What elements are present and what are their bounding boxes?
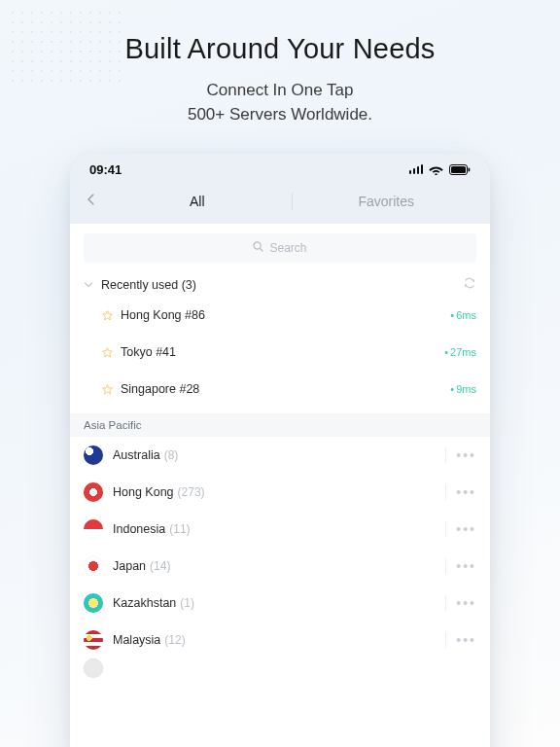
country-name: Indonesia — [113, 522, 165, 536]
recent-item[interactable]: Tokyo #41•27ms — [84, 334, 476, 371]
search-input[interactable]: Search — [84, 233, 476, 263]
country-name: Hong Kong — [113, 485, 174, 499]
search-placeholder: Search — [269, 241, 306, 255]
star-icon[interactable] — [101, 346, 121, 359]
star-icon[interactable] — [101, 309, 121, 322]
content-pane: Search Recently used (3) Hong Kong #86•6… — [70, 224, 490, 747]
row-divider — [445, 484, 446, 500]
svg-rect-1 — [451, 166, 466, 173]
server-count: (8) — [164, 448, 179, 462]
server-name: Tokyo #41 — [121, 345, 444, 359]
list-item[interactable] — [84, 658, 476, 678]
recent-title: Recently used (3) — [101, 278, 463, 292]
country-name: Kazakhstan — [113, 596, 176, 610]
subheadline-line2: 500+ Servers Worldwide. — [0, 103, 560, 127]
decorative-dots — [8, 8, 124, 86]
more-icon[interactable]: ••• — [456, 632, 476, 648]
cellular-icon — [409, 164, 424, 174]
row-divider — [445, 595, 446, 611]
recent-item[interactable]: Singapore #28•9ms — [84, 371, 476, 408]
more-icon[interactable]: ••• — [456, 521, 476, 537]
battery-icon — [449, 164, 471, 175]
back-button[interactable] — [80, 193, 103, 210]
svg-rect-2 — [469, 167, 471, 171]
row-divider — [445, 521, 446, 537]
recent-item[interactable]: Hong Kong #86•6ms — [84, 297, 476, 334]
status-time: 09:41 — [89, 162, 122, 177]
country-name: Malaysia — [113, 633, 160, 647]
flag-icon — [84, 658, 103, 678]
tab-favorites[interactable]: Favorites — [293, 194, 481, 209]
chevron-down-icon — [84, 278, 101, 292]
country-item[interactable]: Indonesia(11)••• — [84, 511, 476, 548]
country-name: Australia — [113, 448, 160, 462]
server-count: (14) — [150, 559, 170, 573]
server-name: Hong Kong #86 — [121, 308, 450, 322]
more-icon[interactable]: ••• — [456, 595, 476, 611]
flag-icon — [84, 519, 103, 539]
subheadline: Connect In One Tap 500+ Servers Worldwid… — [0, 79, 560, 126]
row-divider — [445, 558, 446, 574]
country-item[interactable]: Kazakhstan(1)••• — [84, 585, 476, 622]
row-divider — [445, 632, 446, 648]
search-icon — [253, 241, 263, 255]
refresh-icon[interactable] — [463, 276, 476, 293]
recent-list: Hong Kong #86•6msTokyo #41•27msSingapore… — [84, 297, 476, 408]
svg-line-4 — [261, 248, 263, 251]
country-item[interactable]: Malaysia(12)••• — [84, 622, 476, 658]
country-item[interactable]: Hong Kong(273)••• — [84, 474, 476, 511]
server-name: Singapore #28 — [121, 382, 450, 396]
more-icon[interactable]: ••• — [456, 558, 476, 574]
star-icon[interactable] — [101, 383, 121, 396]
device-frame: 09:41 All Favorites Search — [70, 154, 490, 747]
country-list: Australia(8)•••Hong Kong(273)•••Indonesi… — [84, 437, 476, 658]
wifi-icon — [429, 164, 443, 175]
server-count: (1) — [180, 596, 194, 610]
ping-value: •9ms — [450, 383, 476, 395]
country-item[interactable]: Japan(14)••• — [84, 548, 476, 585]
ping-value: •6ms — [450, 309, 476, 321]
tab-all[interactable]: All — [103, 194, 292, 209]
server-count: (12) — [164, 633, 185, 647]
flag-icon — [84, 445, 103, 465]
flag-icon — [84, 482, 103, 502]
more-icon[interactable]: ••• — [456, 484, 476, 500]
more-icon[interactable]: ••• — [456, 447, 476, 463]
region-header: Asia Pacific — [70, 413, 490, 437]
country-item[interactable]: Australia(8)••• — [84, 437, 476, 474]
flag-icon — [84, 593, 103, 613]
server-count: (11) — [169, 522, 190, 536]
tab-bar: All Favorites — [70, 185, 490, 224]
row-divider — [445, 447, 446, 463]
flag-icon — [84, 630, 103, 650]
recent-header[interactable]: Recently used (3) — [84, 276, 476, 293]
status-bar: 09:41 — [70, 154, 490, 185]
flag-icon — [84, 556, 103, 576]
ping-value: •27ms — [444, 346, 476, 358]
country-name: Japan — [113, 559, 146, 573]
server-count: (273) — [178, 485, 205, 499]
